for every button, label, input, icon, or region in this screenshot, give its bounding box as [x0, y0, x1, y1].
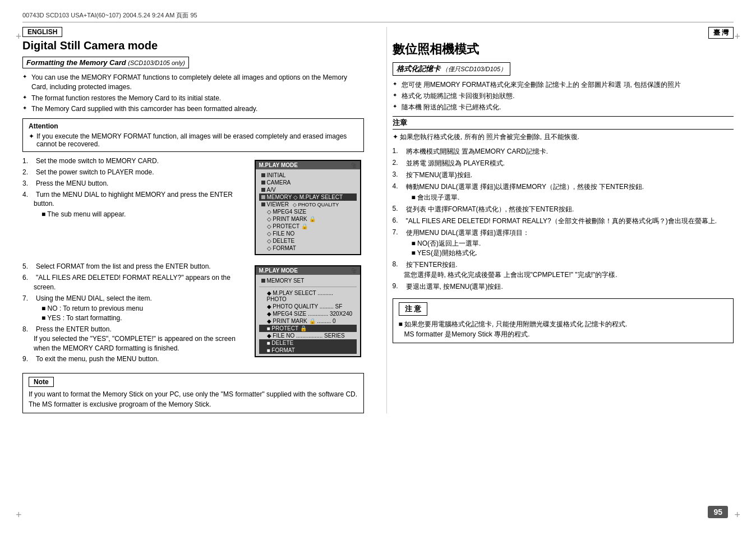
zh-step-list: 1.將本機模式開關設 置為MEMORY CARD記憶卡. 2.並將電 源開關設為… — [393, 146, 734, 291]
menu2-sub-mplay: ◆ M.PLAY SELECT .......... PHOTO — [259, 289, 357, 303]
file-info: 00743D SCD103 USA+TAI(60~107) 2004.5.24 … — [22, 11, 197, 20]
menu2-sub-delete-hl: ■ DELETE — [259, 339, 357, 347]
menu2-sub-fileno: ◆ FILE NO ................. SERIES — [259, 332, 357, 339]
menu-sub-delete: ◇ DELETE — [259, 237, 357, 245]
menu-title-2: M.PLAY MODE 🎥 — [256, 266, 360, 275]
bullet-item: You can use the MEMORY FORMAT functions … — [22, 73, 364, 92]
zh-attention-section: 注章 ✦ 如果您執行格式化後, 所有的 照片會被完全刪除, 且不能恢復. — [393, 116, 734, 142]
step-list: 1.Set the mode switch to MEMORY CARD. 2.… — [22, 156, 246, 219]
zh-note-box: 注 意 ■ 如果您要用電腦格式化記憶卡, 只能使用附贈光碟支援格式化 記憶卡的程… — [393, 298, 734, 343]
menu-body-1: INITIAL CAMERA A/V MEMORY ◇ M.PLAY SELEC… — [256, 169, 360, 254]
crosshair-tl: + — [16, 31, 22, 43]
bullet-item: The format function restores the Memory … — [22, 94, 364, 103]
zh-step4-sub: ■ 會出現子選單. — [404, 193, 734, 202]
step-6: 6."ALL FILES ARE DELETED! FORMAT REALLY?… — [22, 273, 246, 292]
zh-bullet-0: 您可使 用MEMORY FORMAT格式化來完全刪除 記憶卡上的 全部圖片和選 … — [393, 80, 734, 90]
zh-bullet-2: 隨本機 附送的記憶 卡已經格式化. — [393, 103, 734, 112]
page-container: 00743D SCD103 USA+TAI(60~107) 2004.5.24 … — [0, 0, 756, 535]
subsection-title: Formatting the Memory Card (SCD103/D105 … — [22, 57, 189, 68]
page-number-badge: 95 — [708, 506, 728, 518]
zh-note-title: 注 意 — [399, 302, 428, 316]
zh-bullet-list: 您可使 用MEMORY FORMAT格式化來完全刪除 記憶卡上的 全部圖片和選 … — [393, 80, 734, 112]
zh-step-9: 9.要退出選單, 按MENU(選單)按鈕. — [393, 282, 734, 292]
menu-sub-protect: ◇ PROTECT 🔒 — [259, 223, 357, 230]
menu2-sub-photoqual: ◆ PHOTO QUALITY ......... SF — [259, 303, 357, 310]
steps-column-2: 5.Select FORMAT from the list and press … — [22, 262, 246, 368]
zh-bullet-1: 格式化 功能將記憶 卡回復到初始狀態. — [393, 91, 734, 101]
step-3: 3.Press the MENU button. — [22, 179, 246, 188]
bullet-list: You can use the MEMORY FORMAT functions … — [22, 73, 364, 114]
attention-text: ✦ If you execute the MEMORY FORMAT funct… — [29, 132, 358, 148]
step7-sub-yes: ■ YES : To start formatting. — [34, 313, 246, 323]
subsection-title-zh: 格式化記憶卡 （僅只SCD103/D105） — [393, 62, 511, 76]
note-box: Note If you want to format the Memory St… — [22, 373, 364, 413]
lang-badge: ENGLISH — [22, 27, 62, 37]
menu2-sub-protect-hl: ■ PROTECT 🔒 — [259, 325, 357, 332]
zh-step-7: 7.使用MENU DIAL(選單選 擇鈕)選擇項目： ■ NO(否)返回上一選單… — [393, 228, 734, 258]
zh-step-6: 6."ALL FILES ARE DELETED! FORMAT REALLY?… — [393, 216, 734, 226]
menu-item-viewer: VIEWER ◇ PHOTO QUALITY — [259, 201, 357, 208]
step-1: 1.Set the mode switch to MEMORY CARD. — [22, 156, 246, 166]
menu-display-2: M.PLAY MODE 🎥 MEMORY SET ◆ M.PLAY SELECT… — [255, 265, 361, 357]
zh-step-5: 5.從列表 中選擇FORMAT(格式化）, 然後按下ENTER按鈕. — [393, 204, 734, 214]
menu-box-1: M.PLAY MODE 🎥 INITIAL CAMERA A/V MEMORY … — [252, 156, 364, 259]
subsection-zh: 格式化記憶卡 （僅只SCD103/D105） — [393, 62, 734, 76]
zh-attention-header: 注章 — [393, 116, 734, 130]
zh-note-text: ■ 如果您要用電腦格式化記憶卡, 只能使用附贈光碟支援格式化 記憶卡的程式. M… — [399, 319, 728, 339]
step-list-2: 5.Select FORMAT from the list and press … — [22, 262, 246, 364]
steps-layout: 1.Set the mode switch to MEMORY CARD. 2.… — [22, 156, 364, 259]
chinese-column: 臺 灣 數位照相機模式 格式化記憶卡 （僅只SCD103/D105） 您可使 用… — [386, 27, 734, 413]
zh-step-8: 8.按下ENTER按鈕.當您選擇是時, 格式化完成後螢幕 上會出現"CPMPLE… — [393, 260, 734, 280]
taiwan-badge: 臺 灣 — [708, 27, 734, 39]
step-7: 7.Using the MENU DIAL, select the item. … — [22, 294, 246, 323]
steps-column: 1.Set the mode switch to MEMORY CARD. 2.… — [22, 156, 246, 259]
step-2: 2.Set the power switch to PLAYER mode. — [22, 168, 246, 177]
step-8: 8.Press the ENTER button.If you selected… — [22, 325, 246, 353]
two-column-layout: ENGLISH Digital Still Camera mode Format… — [22, 27, 734, 413]
zh-step-2: 2.並將電 源開關設為 PLAYER模式. — [393, 158, 734, 168]
menu2-sub-format-hl: ■ FORMAT — [259, 347, 357, 354]
attention-box: Attention ✦ If you execute the MEMORY FO… — [22, 118, 364, 152]
menu2-sub-printmark: ◆ PRINT MARK 🔒 ......... 0 — [259, 317, 357, 325]
crosshair-bl: + — [16, 509, 22, 521]
menu-box-2: M.PLAY MODE 🎥 MEMORY SET ◆ M.PLAY SELECT… — [252, 262, 364, 368]
step4-sub: ■ The sub menu will appear. — [34, 210, 246, 219]
zh-step-3: 3.按下MENU(選單)按鈕. — [393, 170, 734, 180]
menu-divider — [259, 287, 357, 287]
menu-sub-fileno: ◇ FILE NO — [259, 230, 357, 237]
step-9: 9.To exit the menu, push the MENU button… — [22, 354, 246, 364]
menu2-sub-mpeg4: ◆ MPEG4 SIZE ............. 320X240 — [259, 310, 357, 317]
menu-display-1: M.PLAY MODE 🎥 INITIAL CAMERA A/V MEMORY … — [255, 160, 361, 255]
step-5: 5.Select FORMAT from the list and press … — [22, 262, 246, 271]
menu-item-av: A/V — [259, 186, 357, 193]
zh-step7-yes: ■ YES(是)開始格式化. — [404, 248, 734, 258]
menu-item-memory-hl: MEMORY ◇ M.PLAY SELECT — [259, 193, 357, 201]
note-text: If you want to format the Memory Stick o… — [29, 389, 358, 409]
menu-sub-format: ◇ FORMAT — [259, 245, 357, 252]
menu-item-camera: CAMERA — [259, 179, 357, 186]
crosshair-tr: + — [734, 31, 740, 43]
steps-layout-2: 5.Select FORMAT from the list and press … — [22, 262, 364, 368]
taiwan-badge-container: 臺 灣 — [393, 27, 734, 39]
zh-step-1: 1.將本機模式開關設 置為MEMORY CARD記憶卡. — [393, 146, 734, 156]
menu-item-initial: INITIAL — [259, 172, 357, 179]
section-title-zh: 數位照相機模式 — [393, 41, 734, 58]
menu2-item-memoryset: MEMORY SET — [259, 277, 357, 284]
zh-step7-no: ■ NO(否)返回上一選單. — [404, 239, 734, 248]
step7-sub-no: ■ NO : To return to previous menu — [34, 304, 246, 313]
zh-step-4: 4.轉動MENU DIAL(選單選 擇鈕)以選擇MEMORY（記憶）, 然後按 … — [393, 182, 734, 202]
crosshair-br: + — [734, 509, 740, 521]
menu-sub-mpeg4: ◇ MPEG4 SIZE — [259, 208, 357, 215]
attention-title: Attention — [29, 122, 358, 130]
bullet-item: The Memory Card supplied with this camco… — [22, 104, 364, 114]
menu-body-2: MEMORY SET ◆ M.PLAY SELECT .......... PH… — [256, 275, 360, 356]
menu-title-1: M.PLAY MODE 🎥 — [256, 161, 360, 169]
section-title-en: Digital Still Camera mode — [22, 39, 364, 52]
menu-sub-printmark: ◇ PRINT MARK 🔒 — [259, 215, 357, 223]
note-title: Note — [29, 377, 54, 387]
english-column: ENGLISH Digital Still Camera mode Format… — [22, 27, 370, 413]
zh-attention-text: ✦ 如果您執行格式化後, 所有的 照片會被完全刪除, 且不能恢復. — [393, 132, 734, 142]
step-4: 4.Turn the MENU DIAL to highlight MEMORY… — [22, 190, 246, 219]
header-bar: 00743D SCD103 USA+TAI(60~107) 2004.5.24 … — [22, 11, 734, 22]
